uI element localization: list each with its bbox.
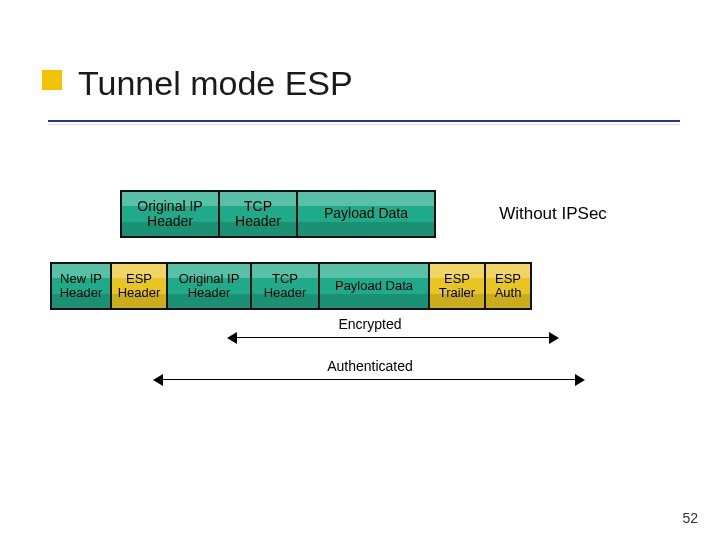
box-payload-data: Payload Data [296, 190, 436, 238]
box-tcp-header-2: TCP Header [250, 262, 320, 310]
box-original-ip-header: Original IP Header [120, 190, 220, 238]
encrypted-range: Encrypted [70, 316, 670, 344]
box-esp-auth: ESP Auth [484, 262, 532, 310]
box-original-ip-header-2: Original IP Header [166, 262, 252, 310]
title-underline [48, 120, 680, 122]
box-esp-trailer: ESP Trailer [428, 262, 486, 310]
authenticated-arrow [153, 374, 585, 386]
arrow-line [235, 337, 551, 338]
arrow-left-icon [153, 374, 163, 386]
box-esp-header: ESP Header [110, 262, 168, 310]
packet-row-without-ipsec: Original IP Header TCP Header Payload Da… [120, 190, 670, 238]
encrypted-arrow [227, 332, 559, 344]
slide-number: 52 [682, 510, 698, 526]
title-bullet-icon [42, 70, 62, 90]
title-block: Tunnel mode ESP [48, 64, 680, 103]
label-without-ipsec: Without IPSec [436, 190, 670, 238]
arrow-left-icon [227, 332, 237, 344]
box-payload-data-2: Payload Data [318, 262, 430, 310]
authenticated-label: Authenticated [327, 358, 413, 374]
box-new-ip-header: New IP Header [50, 262, 112, 310]
arrow-right-icon [575, 374, 585, 386]
authenticated-range: Authenticated [70, 358, 670, 386]
arrow-right-icon [549, 332, 559, 344]
box-tcp-header: TCP Header [218, 190, 298, 238]
packet-row-esp: New IP Header ESP Header Original IP Hea… [50, 262, 670, 310]
encrypted-label: Encrypted [338, 316, 401, 332]
arrow-line [161, 379, 577, 380]
diagram: Original IP Header TCP Header Payload Da… [70, 190, 670, 334]
slide-title: Tunnel mode ESP [78, 64, 680, 103]
